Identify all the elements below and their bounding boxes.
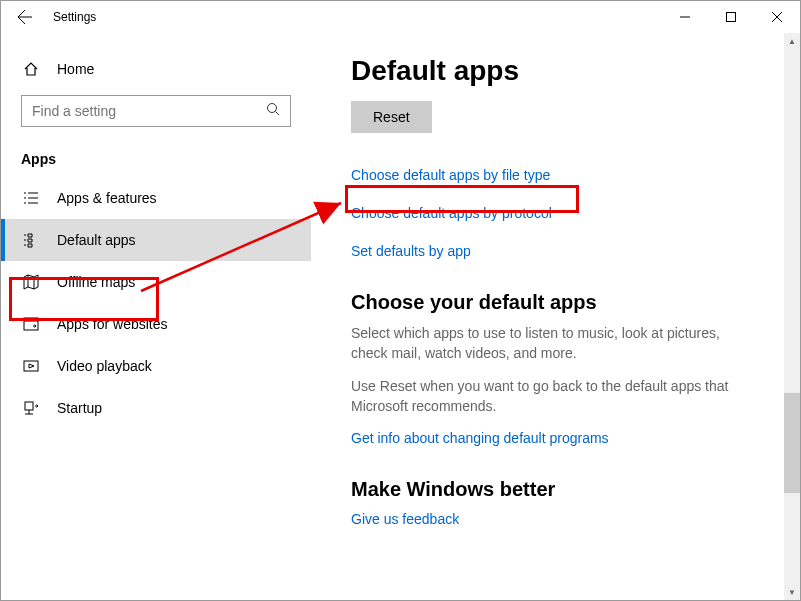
nav-item-label: Apps & features — [57, 190, 157, 206]
reset-button[interactable]: Reset — [351, 101, 432, 133]
link-feedback[interactable]: Give us feedback — [351, 511, 770, 527]
svg-rect-0 — [727, 13, 736, 22]
default-apps-icon — [21, 230, 41, 250]
page-title: Default apps — [351, 55, 770, 87]
nav-item-label: Apps for websites — [57, 316, 168, 332]
video-icon — [21, 356, 41, 376]
nav-item-label: Startup — [57, 400, 102, 416]
link-get-info[interactable]: Get info about changing default programs — [351, 430, 770, 446]
main-content: Default apps Reset Choose default apps b… — [311, 33, 800, 600]
nav-video-playback[interactable]: Video playback — [1, 345, 311, 387]
minimize-icon — [680, 12, 690, 22]
search-input[interactable] — [32, 103, 266, 119]
home-label: Home — [57, 61, 94, 77]
search-box[interactable] — [21, 95, 291, 127]
reset-desc: Use Reset when you want to go back to th… — [351, 377, 741, 416]
list-icon — [21, 188, 41, 208]
home-icon — [21, 59, 41, 79]
minimize-button[interactable] — [662, 1, 708, 33]
nav-offline-maps[interactable]: Offline maps — [1, 261, 311, 303]
scrollbar[interactable]: ▲ ▼ — [784, 33, 800, 600]
websites-icon — [21, 314, 41, 334]
nav-apps-features[interactable]: Apps & features — [1, 177, 311, 219]
window-title: Settings — [53, 10, 96, 24]
nav-startup[interactable]: Startup — [1, 387, 311, 429]
maximize-button[interactable] — [708, 1, 754, 33]
choose-desc: Select which apps to use to listen to mu… — [351, 324, 741, 363]
svg-point-1 — [268, 104, 277, 113]
scroll-thumb[interactable] — [784, 393, 800, 493]
svg-rect-3 — [24, 361, 38, 371]
close-icon — [772, 12, 782, 22]
nav-item-label: Offline maps — [57, 274, 135, 290]
link-set-by-app[interactable]: Set defaults by app — [351, 243, 770, 259]
nav-apps-websites[interactable]: Apps for websites — [1, 303, 311, 345]
scroll-up-button[interactable]: ▲ — [784, 33, 800, 49]
back-arrow-icon — [17, 9, 33, 25]
nav-default-apps[interactable]: Default apps — [1, 219, 311, 261]
link-choose-by-file-type[interactable]: Choose default apps by file type — [351, 167, 770, 183]
choose-defaults-title: Choose your default apps — [351, 291, 770, 314]
home-nav[interactable]: Home — [1, 49, 311, 89]
sidebar: Home Apps Apps & features Default apps — [1, 33, 311, 600]
back-button[interactable] — [9, 1, 41, 33]
nav-item-label: Video playback — [57, 358, 152, 374]
make-better-title: Make Windows better — [351, 478, 770, 501]
nav-item-label: Default apps — [57, 232, 136, 248]
scroll-down-button[interactable]: ▼ — [784, 584, 800, 600]
startup-icon — [21, 398, 41, 418]
link-choose-by-protocol[interactable]: Choose default apps by protocol — [351, 205, 770, 221]
section-header-apps: Apps — [1, 139, 311, 177]
svg-rect-4 — [25, 402, 33, 410]
close-button[interactable] — [754, 1, 800, 33]
maximize-icon — [726, 12, 736, 22]
titlebar: Settings — [1, 1, 800, 33]
window-controls — [662, 1, 800, 33]
map-icon — [21, 272, 41, 292]
svg-rect-2 — [24, 318, 38, 330]
search-icon — [266, 102, 280, 120]
